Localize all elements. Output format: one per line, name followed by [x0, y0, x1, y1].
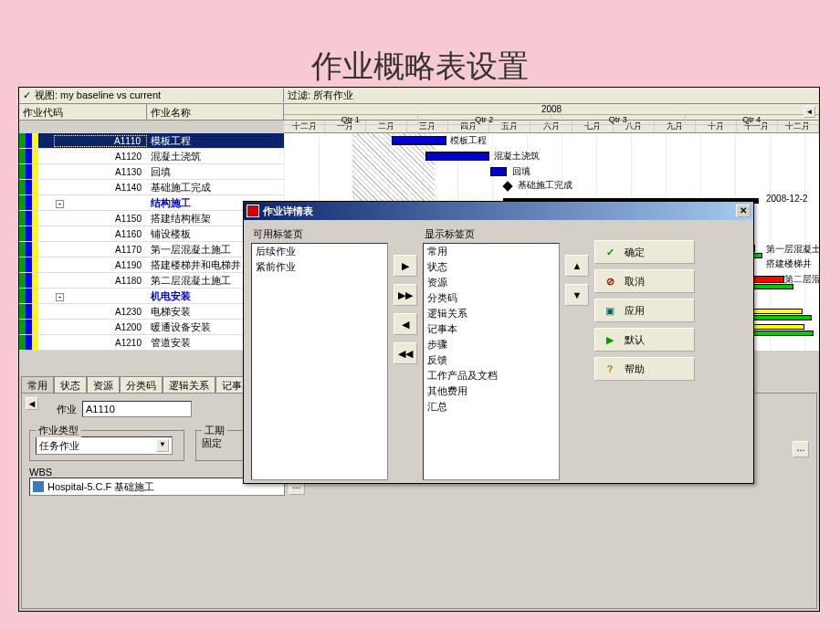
dialog-body: 可用标签页 后续作业紧前作业 ▶ ▶▶ ◀ ◀◀ 显示标签页 常用状态资源分类码…: [244, 220, 753, 488]
task-code: A1140: [54, 183, 147, 193]
activity-details-dialog: 作业详情表 ✕ 可用标签页 后续作业紧前作业 ▶ ▶▶ ◀ ◀◀ 显示标签页 常…: [243, 201, 754, 484]
dialog-buttons: ✓确定 ⊘取消 ▣应用 ▶默认 ?帮助: [594, 227, 695, 480]
task-code: A1160: [54, 229, 147, 239]
gantt-quarters: Qtr 1 Qtr 2 Qtr 3 Qtr 4: [284, 115, 819, 125]
move-all-left-button[interactable]: ◀◀: [394, 342, 417, 364]
task-code: -: [54, 291, 147, 301]
task-code: A1170: [54, 245, 147, 255]
available-listbox[interactable]: 后续作业紧前作业: [251, 243, 388, 480]
chevron-down-icon[interactable]: ▼: [156, 439, 169, 452]
btn-label: 默认: [625, 333, 645, 347]
table-row[interactable]: A1110模板工程: [19, 133, 284, 149]
move-up-button[interactable]: ▲: [565, 255, 589, 277]
order-buttons: ▲ ▼: [565, 227, 589, 480]
task-code: A1180: [54, 276, 147, 286]
tab-2[interactable]: 资源: [87, 376, 120, 394]
col-header-code[interactable]: 作业代码: [19, 104, 147, 120]
list-item[interactable]: 逻辑关系: [424, 306, 559, 321]
dialog-titlebar[interactable]: 作业详情表 ✕: [244, 202, 753, 220]
bar-label: 基础施工完成: [518, 179, 572, 192]
indent-marks: [19, 226, 54, 241]
help-button[interactable]: ?帮助: [594, 357, 695, 381]
display-listbox[interactable]: 常用状态资源分类码逻辑关系记事本步骤反馈工作产品及文档其他费用汇总: [423, 243, 560, 480]
collapse-left-icon[interactable]: ◄: [26, 397, 38, 410]
list-item[interactable]: 常用: [424, 244, 559, 259]
bar-a1120[interactable]: [425, 152, 489, 161]
indent-marks: [19, 273, 54, 288]
close-icon[interactable]: ✕: [736, 205, 751, 217]
list-item[interactable]: 反馈: [424, 352, 559, 368]
list-item[interactable]: 工作产品及文档: [424, 368, 559, 383]
check-icon: ✓: [603, 247, 617, 258]
move-all-right-button[interactable]: ▶▶: [394, 284, 417, 306]
page-title: 作业概略表设置: [0, 0, 840, 88]
tab-4[interactable]: 逻辑关系: [163, 376, 215, 394]
bar-label: 第二层混: [784, 273, 819, 286]
move-down-button[interactable]: ▼: [565, 284, 589, 306]
list-item[interactable]: 状态: [424, 259, 559, 275]
list-item[interactable]: 资源: [424, 275, 559, 290]
qtr: Qtr 2: [418, 115, 552, 125]
qtr: Qtr 3: [551, 115, 686, 125]
move-right-button[interactable]: ▶: [394, 255, 417, 277]
table-row[interactable]: A1130回填: [19, 164, 284, 180]
task-code: A1230: [54, 307, 147, 317]
indent-marks: [19, 304, 54, 319]
filter-selector[interactable]: 过滤: 所有作业: [284, 89, 357, 102]
task-code: A1210: [54, 338, 147, 348]
fixed-label: 固定: [202, 436, 244, 450]
ellipsis-button[interactable]: ...: [793, 441, 809, 457]
tab-0[interactable]: 常用: [21, 376, 54, 394]
activity-code-input[interactable]: [82, 401, 192, 417]
task-code: A1150: [54, 214, 147, 224]
bar-a1110[interactable]: [392, 136, 446, 145]
tab-3[interactable]: 分类码: [120, 376, 163, 394]
col-header-name[interactable]: 作业名称: [147, 104, 284, 120]
task-name: 回填: [147, 165, 284, 179]
list-item[interactable]: 其他费用: [424, 383, 559, 399]
apply-icon: ▣: [603, 305, 617, 317]
list-item[interactable]: 分类码: [424, 290, 559, 306]
task-code: A1110: [54, 135, 147, 147]
wbs-value: Hospital-5.C.F 基础施工: [47, 480, 154, 494]
task-code: A1130: [54, 167, 147, 177]
bar-label: 混凝土浇筑: [494, 150, 540, 163]
ok-button[interactable]: ✓确定: [594, 240, 695, 264]
activity-type-combo[interactable]: 任务作业 ▼: [36, 436, 173, 455]
task-name: 模板工程: [147, 134, 284, 148]
cancel-button[interactable]: ⊘取消: [594, 269, 695, 293]
apply-button[interactable]: ▣应用: [594, 299, 695, 322]
view-text: 视图: my baseline vs current: [35, 89, 161, 102]
indent-marks: [19, 180, 54, 194]
indent-marks: [19, 242, 54, 257]
bar-label: 2008-12-2: [766, 194, 808, 204]
list-item[interactable]: 紧前作业: [252, 259, 387, 275]
dialog-title: 作业详情表: [263, 205, 313, 218]
top-toolbar: ✓ 视图: my baseline vs current 过滤: 所有作业: [19, 88, 819, 104]
default-button[interactable]: ▶默认: [594, 328, 695, 352]
app-icon: [247, 205, 259, 217]
folder-icon: [33, 481, 44, 492]
gantt-year: 2008: [284, 104, 819, 115]
table-row[interactable]: A1120混凝土浇筑: [19, 149, 284, 164]
display-label: 显示标签页: [425, 227, 560, 241]
btn-label: 取消: [625, 275, 645, 289]
list-item[interactable]: 后续作业: [252, 244, 387, 259]
tab-1[interactable]: 状态: [54, 376, 87, 394]
move-left-button[interactable]: ◀: [394, 313, 417, 335]
view-selector[interactable]: ✓ 视图: my baseline vs current: [19, 89, 284, 102]
bar-a1130[interactable]: [490, 167, 507, 176]
bar-label: 第一层混凝土: [766, 243, 819, 256]
indent-marks: [19, 289, 54, 303]
table-row[interactable]: A1140基础施工完成: [19, 180, 284, 195]
move-buttons: ▶ ▶▶ ◀ ◀◀: [394, 227, 417, 480]
nav-left-icon[interactable]: ◄: [803, 106, 815, 118]
bar-label: 模板工程: [450, 134, 487, 147]
list-item[interactable]: 步骤: [424, 337, 559, 352]
list-item[interactable]: 汇总: [424, 399, 559, 415]
indent-marks: [19, 211, 54, 226]
list-item[interactable]: 记事本: [424, 321, 559, 337]
gantt-header: ◄ 2008 Qtr 1 Qtr 2 Qtr 3 Qtr 4: [284, 104, 819, 120]
task-code: -: [54, 198, 147, 208]
indent-marks: [19, 320, 54, 334]
